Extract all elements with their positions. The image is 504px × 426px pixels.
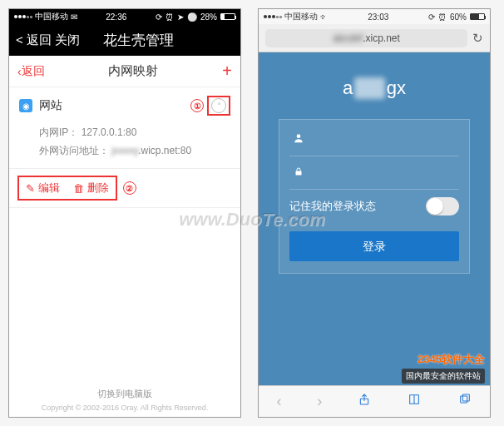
password-field[interactable] [289, 156, 459, 190]
phone-right-safari: 中国移动 ᯤ 23:03 ⟳ ⏰︎ 60% abcdef.xicp.net ↻ … [258, 8, 491, 418]
login-button[interactable]: 登录 [289, 231, 459, 261]
lan-value: 127.0.0.1:80 [82, 126, 137, 138]
mapping-details: 内网IP： 127.0.0.1:80 外网访问地址： jxxxxy.wicp.n… [9, 124, 240, 168]
url-field[interactable]: abcdef.xicp.net [265, 29, 467, 47]
app-navbar: < 返回 关闭 花生壳管理 [9, 24, 240, 56]
wifi-icon: ᯤ [320, 12, 329, 22]
login-page: a163gx 记住我的登录状态 登录 [259, 52, 490, 385]
svg-rect-3 [460, 396, 467, 403]
domain-title: a163gx [343, 77, 406, 99]
nav-back[interactable]: < 返回 [16, 32, 52, 48]
remember-label: 记住我的登录状态 [289, 199, 426, 214]
mapping-actions: ✎ 编辑 🗑︎ 删除 ② [9, 169, 240, 208]
login-form: 记住我的登录状态 登录 [279, 119, 470, 274]
status-time: 23:03 [329, 12, 428, 22]
annotation-2: ② [123, 181, 136, 195]
sub-back[interactable]: ‹ 返回 [17, 64, 45, 79]
edit-button[interactable]: ✎ 编辑 [26, 181, 60, 196]
alarm-icon: ⏰︎ [438, 12, 447, 22]
annotation-box-2: ✎ 编辑 🗑︎ 删除 [17, 176, 117, 201]
remember-row: 记住我的登录状态 [289, 190, 459, 223]
lan-label: 内网IP： [39, 126, 78, 138]
safari-address-bar: abcdef.xicp.net ↻ [259, 24, 490, 52]
username-field[interactable] [289, 123, 459, 156]
status-bar: 中国移动 ✉︎ 22:36 ⟳ ⏰︎ ➤ ⚪ 28% [9, 9, 240, 24]
remember-toggle[interactable] [426, 197, 459, 215]
add-mapping-button[interactable]: + [222, 62, 232, 81]
status-time: 22:36 [77, 12, 156, 22]
forward-icon[interactable]: › [317, 393, 322, 410]
rotation-lock-icon: ⟳ [156, 12, 162, 22]
alarm-icon: ⏰︎ [166, 12, 174, 22]
wan-label: 外网访问地址： [39, 145, 109, 156]
back-icon[interactable]: ‹ [276, 393, 281, 410]
sub-title: 内网映射 [45, 63, 223, 79]
mapping-header[interactable]: ◉ 网站 ① ˄ [9, 87, 240, 124]
footer: 切换到电脑版 Copyright © 2002-2016 Oray. All R… [9, 379, 240, 417]
wan-prefix: jxxxxy [111, 145, 138, 156]
battery-icon [220, 13, 235, 20]
battery-pct: 28% [200, 12, 217, 22]
mapping-card: ◉ 网站 ① ˄ 内网IP： 127.0.0.1:80 外网访问地址： jxxx… [9, 87, 240, 169]
location-icon: ➤ [177, 12, 184, 22]
svg-rect-1 [296, 171, 302, 176]
body-area [9, 208, 240, 379]
reload-icon[interactable]: ↻ [472, 31, 483, 46]
carrier-label: 中国移动 [284, 11, 318, 22]
bookmarks-icon[interactable] [407, 393, 422, 410]
lock-icon [289, 166, 308, 180]
rotation-lock-icon: ⟳ [428, 12, 435, 22]
switch-version-link[interactable]: 切换到电脑版 [9, 388, 240, 400]
wan-value: .wicp.net:80 [138, 145, 191, 156]
carrier-label: 中国移动 [35, 11, 68, 22]
chevron-up-icon[interactable]: ˄ [211, 98, 226, 113]
delete-button[interactable]: 🗑︎ 删除 [73, 181, 109, 196]
signal-icon [14, 15, 32, 18]
sub-navbar: ‹ 返回 内网映射 + [9, 56, 240, 87]
svg-point-0 [297, 134, 301, 138]
wifi-icon: ✉︎ [71, 12, 77, 22]
person-icon [289, 132, 308, 146]
signal-icon [264, 15, 282, 18]
battery-pct: 60% [450, 12, 467, 22]
nav-close[interactable]: 关闭 [55, 32, 80, 48]
copyright: Copyright © 2002-2016 Oray. All Rights R… [9, 404, 240, 412]
mapping-name: 网站 [39, 98, 62, 113]
annotation-1: ① [190, 99, 204, 112]
status-bar: 中国移动 ᯤ 23:03 ⟳ ⏰︎ 60% [259, 9, 490, 24]
annotation-box-1: ˄ [207, 96, 230, 116]
tabs-icon[interactable] [457, 393, 472, 410]
battery-icon [470, 13, 485, 20]
safari-toolbar: ‹ › [259, 385, 490, 417]
svg-rect-4 [462, 394, 469, 401]
bluetooth-icon: ⚪ [187, 12, 197, 22]
app-title: 花生壳管理 [80, 31, 197, 50]
trash-icon: 🗑︎ [73, 182, 84, 195]
pencil-icon: ✎ [26, 182, 35, 195]
share-icon[interactable] [358, 392, 371, 411]
earth-icon: ◉ [19, 99, 32, 112]
phone-left-peanut: 中国移动 ✉︎ 22:36 ⟳ ⏰︎ ➤ ⚪ 28% < 返回 关闭 花生壳管理… [8, 8, 241, 418]
